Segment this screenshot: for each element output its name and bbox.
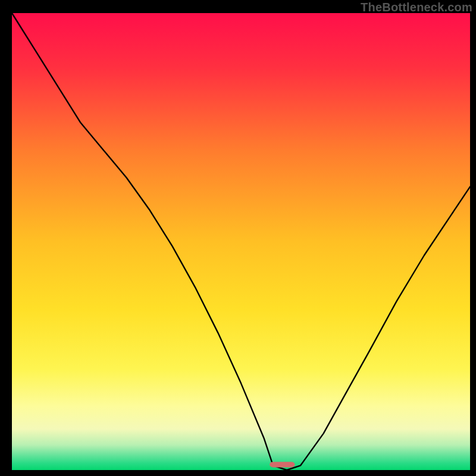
curve-layer — [12, 13, 470, 470]
optimum-marker — [270, 462, 295, 467]
bottleneck-curve — [12, 13, 470, 470]
watermark-text: TheBottleneck.com — [361, 1, 472, 14]
chart-stage: TheBottleneck.com — [0, 0, 476, 476]
